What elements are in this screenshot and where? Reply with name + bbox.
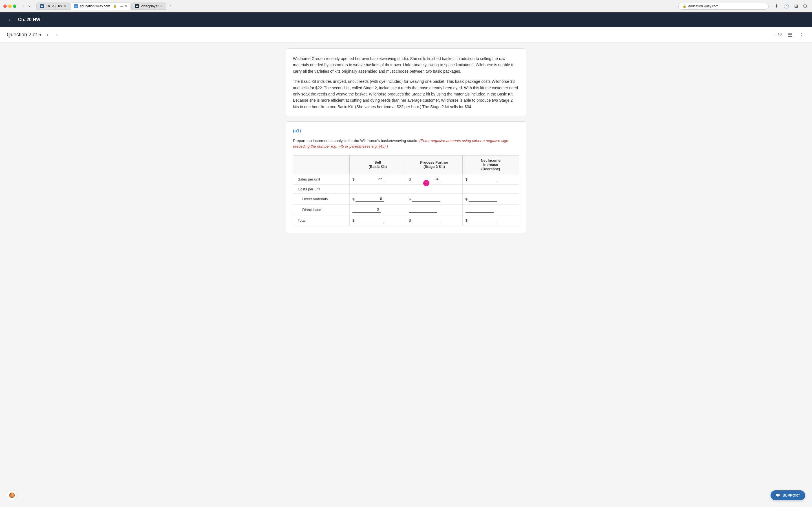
tab3-label: Videoplayer [141, 4, 158, 8]
table-header-row: Sell(Basic Kit) Process Further(Stage 2 … [293, 155, 519, 174]
forward-nav-btn[interactable]: › [27, 3, 32, 9]
sales-col3-active-container [412, 176, 441, 182]
dl-col2-input[interactable] [352, 207, 380, 213]
sales-row-label: Sales per unit [293, 174, 350, 184]
dm-col2-input[interactable] [356, 196, 384, 202]
tab1-label: Ch. 20 HW [46, 4, 62, 8]
table-row-direct-labor: Direct labor [293, 204, 519, 215]
col4-header-text: Net IncomeIncrease(Decrease) [481, 158, 500, 171]
tab-videoplayer[interactable]: W Videoplayer ✕ [132, 3, 166, 10]
url-text: education.wiley.com [688, 4, 718, 8]
sales-col2-input-cell: $ [352, 176, 403, 182]
part-label: (a1) [293, 128, 519, 133]
col4-header: Net IncomeIncrease(Decrease) [462, 155, 519, 174]
analysis-table: Sell(Basic Kit) Process Further(Stage 2 … [293, 155, 519, 226]
tab3-favicon: W [135, 4, 139, 8]
dm-col3-input-cell: $ [409, 196, 459, 202]
more-options-btn[interactable]: ⋮ [798, 31, 805, 39]
dl-col4-input-cell [465, 207, 516, 213]
app-header: ← Ch. 20 HW [0, 12, 812, 27]
next-question-btn[interactable]: › [54, 31, 60, 39]
total-col2-cell: $ [350, 215, 406, 226]
tab1-close[interactable]: ✕ [64, 4, 66, 8]
browser-actions: ⬇ 🕐 ⊞ ⬡ [773, 3, 809, 9]
app-back-btn[interactable]: ← [7, 15, 15, 24]
dm-col4-input[interactable] [469, 196, 497, 202]
window-controls [3, 4, 16, 8]
dl-col4-input[interactable] [465, 207, 494, 213]
dl-col3-input[interactable] [409, 207, 437, 213]
instruction-text: Prepare an incremental analysis for the … [293, 138, 519, 150]
maximize-window-btn[interactable] [13, 4, 16, 8]
url-lock-icon: 🔒 [682, 4, 687, 8]
minimize-window-btn[interactable] [8, 4, 11, 8]
total-col3-input[interactable] [412, 217, 441, 223]
sales-col3-input-cell: $ [409, 176, 459, 182]
close-window-btn[interactable] [3, 4, 7, 8]
sales-col2-dollar: $ [352, 177, 354, 181]
app-title: Ch. 20 HW [18, 17, 40, 22]
tab3-close[interactable]: ✕ [160, 4, 163, 8]
tab2-menu-icon[interactable]: ••• [120, 4, 123, 8]
prev-question-btn[interactable]: ‹ [45, 31, 50, 39]
dl-col4-cell [462, 204, 519, 215]
download-btn[interactable]: ⬇ [773, 3, 780, 9]
tabs-bar: W Ch. 20 HW ✕ e education.wiley.com 🔒 ••… [36, 3, 676, 10]
instruction-plain: Prepare an incremental analysis for the … [293, 138, 418, 143]
problem-description-card: Wildhorse Garden recently opened her own… [286, 48, 526, 117]
back-nav-btn[interactable]: ‹ [21, 3, 26, 9]
col3-header-text: Process Further(Stage 2 Kit) [420, 160, 448, 169]
sales-col4-input[interactable] [469, 176, 497, 182]
question-title: Question 2 of 5 [7, 32, 41, 38]
problem-paragraph2: The Basic Kit includes undyed, uncut ree… [293, 78, 519, 110]
dm-col3-input[interactable] [412, 196, 441, 202]
tab2-close[interactable]: ✕ [124, 4, 127, 8]
new-tab-btn[interactable]: + [167, 3, 173, 10]
new-window-btn[interactable]: ⊞ [793, 3, 800, 9]
dl-col2-input-cell [352, 207, 403, 213]
table-row-direct-materials: Direct materials $ $ [293, 193, 519, 204]
part-a1-card: (a1) Prepare an incremental analysis for… [286, 121, 526, 233]
tab-ch20hw[interactable]: W Ch. 20 HW ✕ [36, 3, 70, 10]
dm-col4-dollar: $ [465, 197, 467, 201]
question-nav-left: Question 2 of 5 ‹ › [7, 31, 60, 39]
tab2-favicon: e [74, 4, 78, 8]
total-col3-input-cell: $ [409, 217, 459, 223]
dl-col3-input-cell [409, 207, 459, 213]
history-btn[interactable]: 🕐 [782, 3, 791, 9]
dl-col2-cell [350, 204, 406, 215]
url-bar[interactable]: 🔒 education.wiley.com [678, 3, 769, 10]
browser-chrome: ‹ › W Ch. 20 HW ✕ e education.wiley.com … [0, 0, 812, 12]
sales-col2-cell: $ [350, 174, 406, 184]
cursor-indicator [423, 180, 429, 186]
lock-icon-tab: 🔒 [113, 4, 117, 8]
dm-col4-cell: $ [462, 193, 519, 204]
browser-nav: ‹ › [21, 3, 32, 9]
total-col2-input[interactable] [356, 217, 384, 223]
col2-header-text: Sell(Basic Kit) [369, 160, 387, 169]
direct-labor-label: Direct labor [293, 204, 350, 215]
page-count: - / 2 [775, 33, 782, 37]
tab1-favicon: W [40, 4, 44, 8]
sales-col4-dollar: $ [465, 177, 467, 181]
col1-header [293, 155, 350, 174]
sales-col4-cell: $ [462, 174, 519, 184]
list-view-btn[interactable]: ☰ [786, 31, 794, 39]
total-col4-dollar: $ [465, 218, 467, 223]
sales-col3-cell: $ [406, 174, 462, 184]
tab2-label: education.wiley.com [80, 4, 110, 8]
dm-col2-cell: $ [350, 193, 406, 204]
dm-col3-dollar: $ [409, 197, 411, 201]
total-col3-cell: $ [406, 215, 462, 226]
dm-col3-cell: $ [406, 193, 462, 204]
sales-col3-dollar: $ [409, 177, 411, 181]
sales-col4-input-cell: $ [465, 176, 516, 182]
sales-col2-input[interactable] [356, 176, 384, 182]
total-col4-input-cell: $ [465, 217, 516, 223]
col3-header: Process Further(Stage 2 Kit) [406, 155, 462, 174]
main-content: Wildhorse Garden recently opened her own… [279, 43, 533, 243]
extensions-btn[interactable]: ⬡ [801, 3, 809, 9]
total-col4-input[interactable] [469, 217, 497, 223]
total-col3-dollar: $ [409, 218, 411, 223]
tab-wiley[interactable]: e education.wiley.com 🔒 ••• ✕ [70, 3, 131, 10]
